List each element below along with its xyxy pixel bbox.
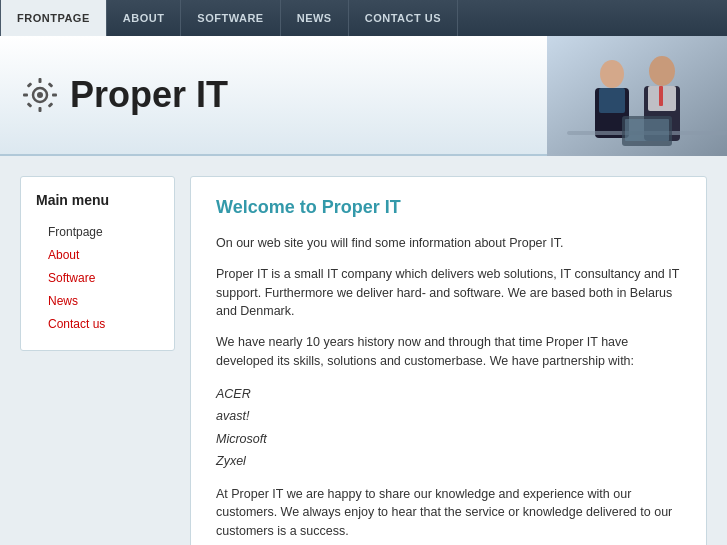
svg-rect-6 — [27, 82, 33, 88]
site-title: Proper IT — [70, 74, 228, 116]
navigation: FRONTPAGE ABOUT SOFTWARE NEWS CONTACT US — [0, 0, 727, 36]
svg-rect-13 — [599, 88, 625, 113]
logo: Proper IT — [20, 74, 228, 116]
content-para4: At Proper IT we are happy to share our k… — [216, 485, 681, 541]
nav-contact[interactable]: CONTACT US — [349, 0, 458, 36]
svg-point-14 — [649, 56, 675, 86]
svg-rect-5 — [52, 94, 57, 97]
nav-frontpage[interactable]: FRONTPAGE — [0, 0, 107, 36]
sidebar-item-software[interactable]: Software — [36, 266, 159, 289]
main-content: Welcome to Proper IT On our web site you… — [190, 176, 707, 545]
sidebar-menu: Frontpage About Software News Contact us — [36, 220, 159, 335]
content-para1: On our web site you will find some infor… — [216, 234, 681, 253]
main-layout: Main menu Frontpage About Software News … — [0, 156, 727, 545]
svg-point-1 — [37, 92, 43, 98]
sidebar-item-news[interactable]: News — [36, 289, 159, 312]
svg-point-11 — [600, 60, 624, 88]
svg-rect-8 — [27, 102, 33, 108]
sidebar-title: Main menu — [36, 192, 159, 208]
svg-rect-2 — [39, 78, 42, 83]
svg-rect-7 — [48, 82, 54, 88]
gear-icon — [20, 75, 60, 115]
svg-rect-17 — [659, 86, 663, 106]
svg-rect-20 — [625, 119, 669, 141]
content-heading: Welcome to Proper IT — [216, 197, 681, 218]
nav-about[interactable]: ABOUT — [107, 0, 182, 36]
svg-rect-3 — [39, 107, 42, 112]
content-para3: We have nearly 10 years history now and … — [216, 333, 681, 371]
sidebar: Main menu Frontpage About Software News … — [20, 176, 175, 351]
nav-software[interactable]: SOFTWARE — [181, 0, 280, 36]
svg-rect-4 — [23, 94, 28, 97]
header-banner: Proper IT — [0, 36, 727, 156]
sidebar-item-contact[interactable]: Contact us — [36, 312, 159, 335]
sidebar-item-frontpage[interactable]: Frontpage — [36, 220, 159, 243]
nav-news[interactable]: NEWS — [281, 0, 349, 36]
content-para2: Proper IT is a small IT company which de… — [216, 265, 681, 321]
sidebar-item-about[interactable]: About — [36, 243, 159, 266]
header-image — [547, 36, 727, 156]
svg-rect-9 — [48, 102, 54, 108]
partners-list: ACERavast!MicrosoftZyxel — [216, 383, 681, 473]
